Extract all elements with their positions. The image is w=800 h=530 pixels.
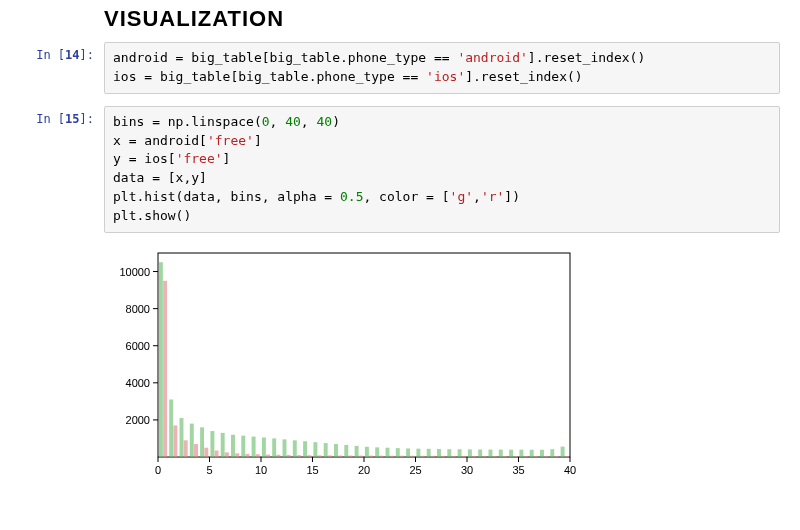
code-token: 40: [285, 114, 301, 129]
bar: [386, 447, 390, 456]
bar: [390, 455, 394, 456]
x-tick-label: 20: [358, 464, 370, 476]
x-tick-label: 10: [255, 464, 267, 476]
bar: [276, 455, 280, 457]
code-token: 'free': [207, 133, 254, 148]
bar: [421, 456, 425, 457]
code-token: 'r': [481, 189, 504, 204]
axes-frame: [158, 253, 570, 457]
x-tick-label: 25: [409, 464, 421, 476]
bar: [499, 449, 503, 456]
bar: [489, 449, 493, 456]
bar: [565, 456, 569, 457]
bar: [561, 446, 565, 456]
bar: [297, 455, 301, 457]
bar: [524, 456, 528, 457]
code-input[interactable]: bins = np.linspace(0, 40, 40) x = androi…: [104, 106, 780, 233]
bar: [287, 455, 291, 457]
bar: [266, 454, 270, 456]
bar: [452, 456, 456, 457]
bar: [400, 455, 404, 456]
input-prompt: In [15]:: [18, 106, 104, 126]
bar: [324, 443, 328, 457]
bar: [406, 448, 410, 457]
histogram-chart: 2000400060008000100000510152025303540: [104, 245, 584, 485]
section-heading: VISUALIZATION: [104, 6, 780, 32]
bar: [283, 439, 287, 457]
bar: [215, 450, 219, 456]
bar: [462, 456, 466, 457]
bar: [221, 433, 225, 457]
bar: [200, 427, 204, 457]
bar: [246, 454, 250, 457]
bar: [204, 447, 208, 456]
bar: [344, 445, 348, 457]
prompt-number: 14: [65, 48, 79, 62]
x-tick-label: 15: [306, 464, 318, 476]
code-token: ].reset_index(): [465, 69, 582, 84]
bar: [184, 440, 188, 457]
bar: [190, 423, 194, 456]
bar: [355, 446, 359, 457]
bar: [303, 441, 307, 457]
bar: [210, 431, 214, 457]
code-token: , color = [: [363, 189, 449, 204]
bar: [540, 450, 544, 457]
bar: [241, 435, 245, 456]
bar: [256, 454, 260, 457]
bar: [503, 456, 507, 457]
bar: [359, 455, 363, 456]
code-token: 0.5: [340, 189, 363, 204]
code-token: bins = np.linspace(: [113, 114, 262, 129]
code-token: 'free': [176, 151, 223, 166]
bar: [180, 418, 184, 457]
code-token: 0: [262, 114, 270, 129]
bar: [478, 449, 482, 457]
code-token: android = big_table[big_table.phone_type…: [113, 50, 457, 65]
bar: [252, 436, 256, 456]
bar: [262, 437, 266, 456]
bar: [307, 455, 311, 457]
bar: [427, 449, 431, 457]
prompt-suffix: ]:: [80, 112, 94, 126]
bar: [441, 456, 445, 457]
page-root: VISUALIZATION In [14]: android = big_tab…: [0, 0, 800, 485]
output-area: 2000400060008000100000510152025303540: [104, 245, 780, 485]
y-tick-label: 2000: [126, 414, 150, 426]
bar: [410, 456, 414, 457]
x-tick-label: 40: [564, 464, 576, 476]
bar: [437, 449, 441, 457]
code-token: 'android': [457, 50, 527, 65]
bar: [349, 455, 353, 456]
prompt-prefix: In [: [36, 48, 65, 62]
code-input[interactable]: android = big_table[big_table.phone_type…: [104, 42, 780, 94]
code-token: ,: [473, 189, 481, 204]
bar: [194, 444, 198, 457]
bar: [493, 456, 497, 457]
x-tick-label: 0: [155, 464, 161, 476]
bar: [313, 442, 317, 457]
code-token: ,: [270, 114, 286, 129]
y-tick-label: 8000: [126, 302, 150, 314]
bar: [235, 453, 239, 457]
bar: [431, 456, 435, 457]
code-token: ,: [301, 114, 317, 129]
bar: [396, 448, 400, 457]
bar: [338, 455, 342, 456]
y-tick-label: 10000: [119, 265, 150, 277]
code-cell: In [14]: android = big_table[big_table.p…: [18, 42, 780, 94]
bar: [369, 455, 373, 456]
bar: [468, 449, 472, 457]
input-prompt: In [14]:: [18, 42, 104, 62]
bar: [293, 440, 297, 457]
bar: [530, 449, 534, 456]
bar: [169, 399, 173, 456]
bar: [163, 281, 167, 457]
bar: [447, 449, 451, 457]
bar: [416, 448, 420, 456]
code-token: 'ios': [426, 69, 465, 84]
bar: [534, 456, 538, 457]
x-tick-label: 30: [461, 464, 473, 476]
code-token: 'g': [450, 189, 473, 204]
bar: [513, 456, 517, 457]
